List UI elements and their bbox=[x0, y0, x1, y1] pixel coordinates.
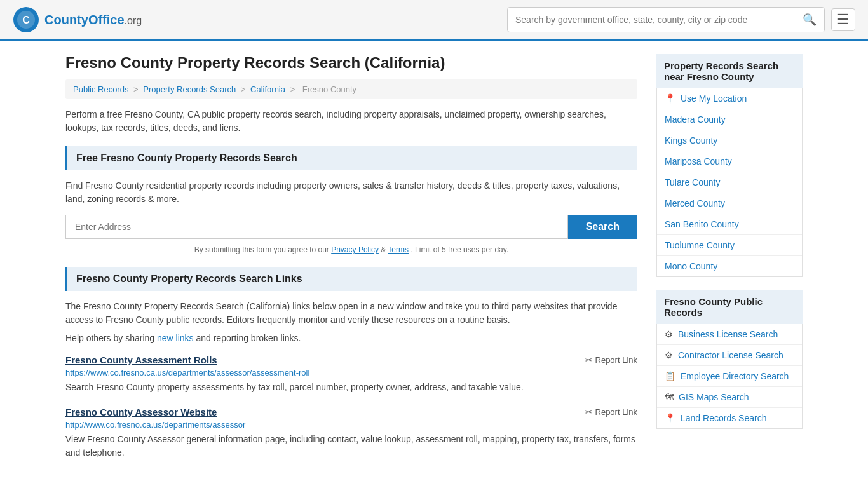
link-cards-container: Fresno County Assessment Rolls ✂ Report … bbox=[65, 355, 637, 459]
address-search-row: Search bbox=[65, 215, 637, 239]
report-link-label: Report Link bbox=[595, 355, 637, 365]
sidebar-county-link[interactable]: Mariposa County bbox=[665, 156, 732, 166]
sidebar-public-record-item[interactable]: ⚙ Contractor License Search bbox=[657, 345, 802, 366]
sidebar-county-item[interactable]: Mono County bbox=[657, 256, 802, 276]
logo-text: CountyOffice.org bbox=[44, 13, 142, 27]
site-header: C CountyOffice.org 🔍 ☰ bbox=[0, 0, 868, 41]
link-card-link[interactable]: Fresno County Assessor Website bbox=[65, 407, 217, 417]
logo-icon: C bbox=[13, 6, 39, 33]
sidebar-county-link[interactable]: Tuolumne County bbox=[665, 240, 735, 250]
privacy-policy-link[interactable]: Privacy Policy bbox=[331, 245, 379, 254]
use-location-link[interactable]: Use My Location bbox=[681, 93, 747, 104]
sidebar-public-record-item[interactable]: 📍 Land Records Search bbox=[657, 408, 802, 428]
sidebar-public-records-list: ⚙ Business License Search ⚙ Contractor L… bbox=[656, 324, 803, 429]
sidebar-nearby-title: Property Records Search near Fresno Coun… bbox=[656, 54, 803, 88]
report-link-button[interactable]: ✂ Report Link bbox=[585, 355, 637, 365]
sidebar-county-item[interactable]: Mariposa County bbox=[657, 151, 802, 172]
sidebar-county-item[interactable]: Tuolumne County bbox=[657, 235, 802, 256]
sidebar-county-link[interactable]: Merced County bbox=[665, 198, 725, 208]
sidebar-county-item[interactable]: Kings County bbox=[657, 130, 802, 151]
link-card-header: Fresno County Assessor Website ✂ Report … bbox=[65, 407, 637, 417]
header-search-bar: 🔍 bbox=[507, 7, 825, 32]
sidebar-public-record-item[interactable]: ⚙ Business License Search bbox=[657, 324, 802, 345]
pin-icon: 📍 bbox=[665, 93, 675, 104]
breadcrumb-california[interactable]: California bbox=[250, 85, 285, 94]
breadcrumb: Public Records > Property Records Search… bbox=[65, 79, 637, 99]
form-disclaimer: By submitting this form you agree to our… bbox=[65, 245, 637, 254]
content-wrapper: Fresno County Property Records Search (C… bbox=[53, 41, 815, 485]
header-search-input[interactable] bbox=[508, 10, 795, 30]
free-search-header: Free Fresno County Property Records Sear… bbox=[65, 146, 637, 170]
sidebar-public-record-item[interactable]: 🗺 GIS Maps Search bbox=[657, 387, 802, 408]
free-search-desc: Find Fresno County residential property … bbox=[65, 179, 637, 206]
sidebar-county-item[interactable]: Tulare County bbox=[657, 172, 802, 193]
public-record-link[interactable]: Land Records Search bbox=[681, 413, 766, 423]
public-record-link[interactable]: Business License Search bbox=[678, 329, 778, 339]
link-card-title: Fresno County Assessor Website bbox=[65, 407, 217, 417]
sidebar-county-item[interactable]: Merced County bbox=[657, 193, 802, 214]
sidebar-county-item[interactable]: San Benito County bbox=[657, 214, 802, 235]
public-record-link[interactable]: Contractor License Search bbox=[678, 350, 783, 360]
gear-icon: ⚙ bbox=[665, 329, 673, 339]
svg-text:C: C bbox=[22, 15, 30, 25]
links-intro: The Fresno County Property Records Searc… bbox=[65, 300, 637, 327]
report-link-label: Report Link bbox=[595, 407, 637, 417]
address-input[interactable] bbox=[65, 215, 568, 239]
link-card-url: https://www.co.fresno.ca.us/departments/… bbox=[65, 368, 637, 377]
sidebar-county-link[interactable]: San Benito County bbox=[665, 219, 739, 229]
gear-icon: ⚙ bbox=[665, 350, 673, 360]
link-card-header: Fresno County Assessment Rolls ✂ Report … bbox=[65, 355, 637, 365]
sidebar-county-link[interactable]: Madera County bbox=[665, 114, 726, 125]
map-icon: 🗺 bbox=[665, 392, 674, 402]
breadcrumb-current: Fresno County bbox=[302, 85, 356, 94]
sidebar-county-link[interactable]: Kings County bbox=[665, 135, 717, 146]
header-right: 🔍 ☰ bbox=[507, 7, 855, 32]
report-link-button[interactable]: ✂ Report Link bbox=[585, 407, 637, 417]
land-icon: 📍 bbox=[665, 413, 675, 423]
public-record-link[interactable]: Employee Directory Search bbox=[681, 371, 789, 381]
menu-button[interactable]: ☰ bbox=[831, 8, 855, 31]
sidebar-public-record-item[interactable]: 📋 Employee Directory Search bbox=[657, 366, 802, 387]
sidebar-public-records-title: Fresno County Public Records bbox=[656, 290, 803, 324]
report-icon: ✂ bbox=[585, 407, 592, 417]
sidebar-county-link[interactable]: Mono County bbox=[665, 261, 717, 271]
header-search-button[interactable]: 🔍 bbox=[795, 8, 824, 32]
sidebar-nearby-list: 📍 Use My Location Madera CountyKings Cou… bbox=[656, 88, 803, 277]
new-links-link[interactable]: new links bbox=[157, 333, 194, 343]
sidebar-county-link[interactable]: Tulare County bbox=[665, 177, 720, 187]
search-button[interactable]: Search bbox=[568, 215, 637, 239]
breadcrumb-public-records[interactable]: Public Records bbox=[73, 85, 128, 94]
links-section-header: Fresno County Property Records Search Li… bbox=[65, 267, 637, 291]
breadcrumb-property-records-search[interactable]: Property Records Search bbox=[143, 85, 236, 94]
page-description: Perform a free Fresno County, CA public … bbox=[65, 108, 637, 135]
sidebar: Property Records Search near Fresno Coun… bbox=[656, 54, 803, 472]
logo-area: C CountyOffice.org bbox=[13, 6, 142, 33]
link-card-title: Fresno County Assessment Rolls bbox=[65, 355, 217, 365]
nearby-counties-list: Madera CountyKings CountyMariposa County… bbox=[657, 109, 802, 276]
page-title: Fresno County Property Records Search (C… bbox=[65, 54, 637, 72]
public-record-link[interactable]: GIS Maps Search bbox=[679, 392, 749, 402]
link-card-desc: View Fresno County Assessor general info… bbox=[65, 433, 637, 459]
share-links-text: Help others by sharing new links and rep… bbox=[65, 333, 637, 343]
main-content: Fresno County Property Records Search (C… bbox=[65, 54, 637, 472]
report-icon: ✂ bbox=[585, 355, 592, 365]
links-section: The Fresno County Property Records Searc… bbox=[65, 300, 637, 459]
sidebar-county-item[interactable]: Madera County bbox=[657, 109, 802, 130]
link-card: Fresno County Assessment Rolls ✂ Report … bbox=[65, 355, 637, 394]
terms-link[interactable]: Terms bbox=[388, 245, 409, 254]
link-card-url: http://www.co.fresno.ca.us/departments/a… bbox=[65, 420, 637, 430]
book-icon: 📋 bbox=[665, 371, 675, 381]
link-card: Fresno County Assessor Website ✂ Report … bbox=[65, 407, 637, 459]
link-card-link[interactable]: Fresno County Assessment Rolls bbox=[65, 355, 217, 365]
public-records-list: ⚙ Business License Search ⚙ Contractor L… bbox=[657, 324, 802, 428]
link-card-desc: Search Fresno County property assessment… bbox=[65, 381, 637, 394]
sidebar-use-location[interactable]: 📍 Use My Location bbox=[657, 88, 802, 109]
